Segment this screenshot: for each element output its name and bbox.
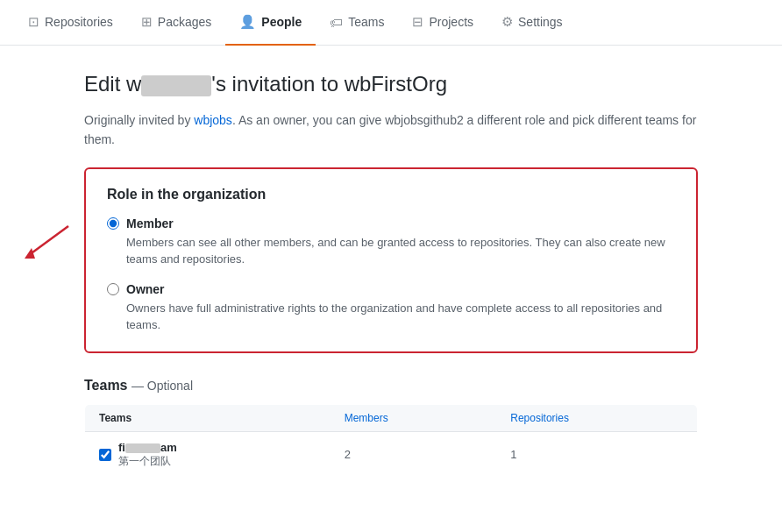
team-name-info: fi am 第一个团队 <box>118 441 177 469</box>
title-suffix: 's invitation to wbFirstOrg <box>211 72 447 96</box>
role-option-owner: Owner Owners have full administrative ri… <box>107 282 675 334</box>
packages-icon: ⊞ <box>141 14 153 30</box>
role-option-owner-header: Owner <box>107 282 675 296</box>
team-checkbox[interactable] <box>99 449 111 461</box>
nav-settings[interactable]: ⚙ Settings <box>487 0 577 46</box>
role-box: Role in the organization Member Members … <box>84 167 698 353</box>
nav-teams-label: Teams <box>348 15 384 29</box>
team-members-count: 2 <box>331 431 497 478</box>
teams-table: Teams Members Repositories fi am <box>84 404 698 479</box>
nav-packages-label: Packages <box>158 15 211 29</box>
title-prefix: Edit w <box>84 72 141 96</box>
role-owner-radio[interactable] <box>107 283 119 295</box>
role-option-member: Member Members can see all other members… <box>107 216 675 268</box>
svg-line-0 <box>29 226 68 255</box>
teams-optional-label: — Optional <box>132 379 193 393</box>
role-section-title: Role in the organization <box>107 187 675 202</box>
col-repositories: Repositories <box>496 404 697 431</box>
nav-repositories-label: Repositories <box>45 15 113 29</box>
nav-teams[interactable]: 🏷 Teams <box>316 1 398 46</box>
role-member-radio[interactable] <box>107 217 119 230</box>
top-navigation: ⊡ Repositories ⊞ Packages 👤 People 🏷 Tea… <box>0 0 782 46</box>
nav-projects-label: Projects <box>429 15 473 29</box>
role-owner-description: Owners have full administrative rights t… <box>126 300 675 334</box>
teams-section-title: Teams — Optional <box>84 378 698 394</box>
teams-label: Teams <box>84 378 128 393</box>
teams-icon: 🏷 <box>330 15 343 30</box>
nav-people-label: People <box>261 15 302 29</box>
table-row: fi am 第一个团队 2 1 <box>85 431 698 478</box>
teams-table-header: Teams Members Repositories <box>85 404 698 431</box>
repositories-icon: ⊡ <box>28 14 39 30</box>
projects-icon: ⊟ <box>412 14 423 30</box>
nav-settings-label: Settings <box>518 15 563 29</box>
team-description: 第一个团队 <box>118 454 177 469</box>
invited-by-link[interactable]: wbjobs <box>194 113 232 127</box>
title-blurred <box>141 75 211 96</box>
nav-repositories[interactable]: ⊡ Repositories <box>14 0 127 46</box>
role-option-member-header: Member <box>107 216 675 231</box>
teams-section: Teams — Optional Teams Members Repositor… <box>84 378 698 479</box>
team-repositories-count: 1 <box>496 431 697 478</box>
nav-projects[interactable]: ⊟ Projects <box>398 0 487 46</box>
team-name-cell: fi am 第一个团队 <box>85 431 331 478</box>
people-icon: 👤 <box>239 14 256 30</box>
nav-people[interactable]: 👤 People <box>225 0 316 46</box>
main-content: Edit w 's invitation to wbFirstOrg Origi… <box>67 46 715 505</box>
nav-packages[interactable]: ⊞ Packages <box>127 0 225 46</box>
teams-table-body: fi am 第一个团队 2 1 <box>85 431 698 478</box>
page-title: Edit w 's invitation to wbFirstOrg <box>84 72 698 96</box>
invitation-description: Originally invited by wbjobs. As an owne… <box>84 110 698 150</box>
role-member-description: Members can see all other members, and c… <box>126 234 675 268</box>
col-teams: Teams <box>85 404 331 431</box>
col-members: Members <box>331 404 497 431</box>
svg-marker-1 <box>25 248 35 259</box>
role-member-label[interactable]: Member <box>126 216 174 231</box>
team-name: fi am <box>118 441 177 454</box>
settings-icon: ⚙ <box>501 14 513 30</box>
arrow-indicator <box>16 222 77 268</box>
description-prefix: Originally invited by <box>84 113 194 127</box>
role-owner-label[interactable]: Owner <box>126 282 165 296</box>
team-name-blurred <box>125 443 160 454</box>
